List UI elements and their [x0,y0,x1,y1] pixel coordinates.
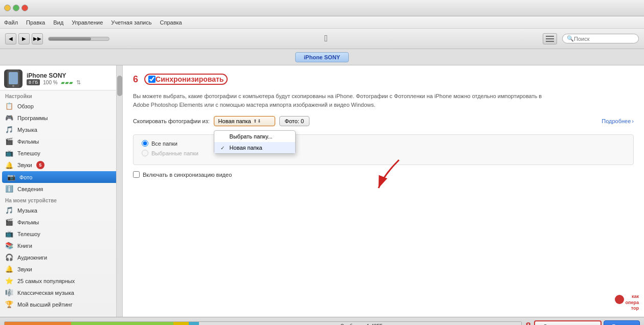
folder-dropdown-wrapper: Новая папка ⬆⬇ Выбрать папку... ✓ Новая … [214,116,275,126]
search-box[interactable]: 🔍 [562,34,639,43]
bottom-buttons: Синхронизировать Готово [534,320,640,326]
more-details-link[interactable]: Подробнее › [602,118,634,124]
list-view-button[interactable] [543,33,557,44]
sidebar-item-label: Фильмы [17,219,39,225]
menu-file[interactable]: Файл [4,19,18,26]
folder-dropdown-value: Новая папка [218,118,251,124]
sidebar-item-classical[interactable]: 🎼 Классическая музыка [0,287,122,298]
menu-view[interactable]: Вид [53,19,63,26]
sidebar: iPhone SONY 8 ГБ 100 % ▰▰▰ ⇅ ▲ Настройки… [0,65,123,317]
dropdown-item-choose[interactable]: Выбрать папку... [214,131,295,142]
sidebar-item-device-music[interactable]: 🎵 Музыка [0,204,122,216]
sidebar-item-device-books[interactable]: 📚 Книги [0,240,122,251]
dropdown-item-label: Новая папка [230,145,262,151]
play-button[interactable]: ▶ [18,33,30,44]
sidebar-item-overview[interactable]: 📋 Обзор [0,100,122,112]
bottom-bar: Аудио Программы Свободно: 1,48ГБ 8 Синхр… [0,317,644,325]
step6-number: 6 [133,74,138,85]
brand-line1: как [626,294,639,300]
sidebar-item-label: Классическая музыка [17,290,74,296]
sidebar-item-info[interactable]: ℹ️ Сведения [0,183,122,195]
progress-bar [48,37,109,41]
brand-logo: как опера тор [615,294,639,312]
description-text: Вы можете выбрать, какие фотографии с ко… [133,92,552,109]
sidebar-item-label: Фото [19,174,32,180]
include-video-checkbox[interactable] [133,171,140,178]
device-name: iPhone SONY [27,72,118,79]
sidebar-item-tv[interactable]: 📺 Телешоу [0,147,122,159]
dropdown-item-new-folder[interactable]: ✓ Новая папка [214,142,295,153]
close-button[interactable] [21,5,28,11]
audiobooks-icon: 🎧 [5,253,13,261]
chevron-right-icon: › [632,118,634,124]
sidebar-item-label: Музыка [17,127,37,133]
programs-icon: 🎮 [5,114,13,122]
progress-fill [49,37,91,40]
overview-icon: 📋 [5,102,13,110]
done-button[interactable]: Готово [604,320,640,326]
music-icon: 🎵 [5,126,13,133]
sidebar-item-label: Мой высший рейтинг [17,301,73,308]
main-layout: iPhone SONY 8 ГБ 100 % ▰▰▰ ⇅ ▲ Настройки… [0,65,644,317]
seg-other1 [173,321,189,326]
scrollbar-thumb[interactable] [117,76,122,96]
sidebar-item-device-audiobooks[interactable]: 🎧 Аудиокниги [0,251,122,263]
sidebar-item-photos[interactable]: 📷 Фото [2,171,120,183]
sidebar-item-device-tv[interactable]: 📺 Телешоу [0,228,122,240]
svg-rect-0 [546,36,554,37]
sidebar-item-sounds[interactable]: 🔔 Звуки 5 [0,159,122,171]
sync-button[interactable]: Синхронизировать [534,320,602,326]
tv-icon: 📺 [5,149,13,157]
step5-badge: 5 [36,161,45,169]
battery-indicator: ▰▰▰ [61,80,73,85]
svg-rect-1 [546,38,554,39]
sidebar-item-label: 25 самых популярных [17,278,75,284]
dropdown-arrow-icon: ⬆⬇ [253,119,261,124]
sidebar-item-top-rated[interactable]: 🏆 Мой высший рейтинг [0,298,122,310]
search-input[interactable] [574,36,635,42]
device-tab-bar: iPhone SONY [0,49,644,65]
sidebar-item-top25[interactable]: ⭐ 25 самых популярных [0,275,122,287]
sync-checkbox[interactable] [148,76,156,83]
device-tv-icon: 📺 [5,230,13,238]
sidebar-scrollbar[interactable] [116,65,122,317]
storage-badge: 8 ГБ [27,79,40,85]
menu-help[interactable]: Справка [160,19,182,26]
sidebar-item-label: Обзор [17,103,34,109]
device-info: iPhone SONY 8 ГБ 100 % ▰▰▰ ⇅ [27,72,118,86]
sidebar-item-label: Звуки [17,266,32,272]
folder-dropdown[interactable]: Новая папка ⬆⬇ [214,116,275,126]
top-rated-icon: 🏆 [5,300,13,308]
sidebar-item-music[interactable]: 🎵 Музыка [0,124,122,135]
menu-manage[interactable]: Управление [72,19,103,26]
brand-text: как опера тор [626,294,639,312]
menu-bar: Файл Правка Вид Управление Учетная запис… [0,16,644,29]
sidebar-item-programs[interactable]: 🎮 Программы [0,112,122,124]
device-sounds-icon: 🔔 [5,265,13,273]
sidebar-item-label: Программы [17,115,48,121]
folder-dropdown-menu: Выбрать папку... ✓ Новая папка [214,130,296,154]
sync-checkbox-container: Синхронизировать [144,74,228,85]
toolbar: ◀ ▶ ▶▶  🔍 [0,29,644,49]
search-icon: 🔍 [567,35,574,42]
sidebar-item-label: Книги [17,243,32,249]
menu-account[interactable]: Учетная запись [111,19,151,26]
content-area: 6 Синхронизировать Вы можете выбрать, ка… [123,65,644,317]
maximize-button[interactable] [13,5,19,11]
include-video-row: Включать в синхронизацию видео [133,171,634,178]
device-music-icon: 🎵 [5,206,13,214]
sidebar-item-label: Сведения [17,186,43,192]
skip-button[interactable]: ▶▶ [32,33,43,44]
sidebar-item-movies[interactable]: 🎬 Фильмы [0,135,122,147]
device-storage: 8 ГБ 100 % ▰▰▰ ⇅ [27,79,118,86]
minimize-button[interactable] [4,5,11,11]
back-button[interactable]: ◀ [5,33,16,44]
menu-edit[interactable]: Правка [26,19,45,26]
svg-rect-4 [9,72,18,84]
seg-free: Свободно: 1,48ГБ [199,321,521,326]
sidebar-item-device-sounds[interactable]: 🔔 Звуки [0,263,122,275]
sidebar-item-device-movies[interactable]: 🎬 Фильмы [0,216,122,228]
photos-count-value: Фото: 0 [285,118,304,124]
window-controls[interactable] [4,5,28,11]
device-tab[interactable]: iPhone SONY [295,52,349,62]
